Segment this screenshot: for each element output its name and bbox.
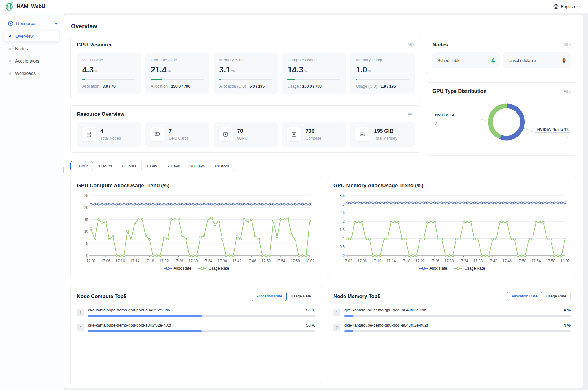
ro-tile-vgpu: 70vGPU [214,122,278,147]
sidebar-collapse-handle[interactable] [63,167,64,173]
compute-top5-usage-rate-tab[interactable]: Usage Rate [286,292,315,301]
sidebar-item-label: Nodes [15,46,28,51]
rank-badge: 2 [333,324,340,331]
gpu-type-donut-chart: NVIDIA–Tesla T44NVIDIA L43 [432,96,571,150]
vgpu-icon [219,127,233,141]
language-label: English [561,4,575,9]
svg-text:17:02: 17:02 [343,259,352,263]
memory-top5-allocation-rate-tab[interactable]: Allocation Rate [507,292,542,301]
gpu-resource-card: GPU Resource All› vGPU Alloc 4.3% Alloca… [70,36,421,100]
top-bar-fill [88,330,202,332]
sidebar-item-overview[interactable]: Overview [4,31,60,42]
brand: HAMi WebUI [0,2,47,11]
time-tab-7-days[interactable]: 7 Days [162,161,185,171]
item-dot [9,72,11,75]
stat-caption: Allocation :3.0 / 70 [82,84,135,89]
language-selector[interactable]: English [553,4,588,9]
top5-row: 2 gke-kantaloupe-demo-gpu-pool-a843f02e-… [77,323,315,332]
chart-legend: Alloc RateUsage Rate [77,266,315,271]
compute-top5-allocation-rate-tab[interactable]: Allocation Rate [252,292,287,301]
node-memory-top5-card: Node Memory Top5 Allocation Rate Usage R… [327,286,577,384]
time-tab-3-hours[interactable]: 3 Hours [93,161,117,171]
svg-text:17:34: 17:34 [459,259,468,263]
svg-text:17:30: 17:30 [445,259,454,263]
legend-item[interactable]: Alloc Rate [419,266,447,271]
legend-item[interactable]: Alloc Rate [163,266,191,271]
svg-text:17:58: 17:58 [546,259,555,263]
schedulable-value: 4 [491,57,495,64]
ro-tile-compute: 700Compute [282,122,346,147]
app-title: HAMi WebUI [17,4,47,9]
svg-text:17:38: 17:38 [473,259,483,263]
time-tab-1-day[interactable]: 1 Day [141,161,162,171]
ro-label: Total Nodes [100,136,121,141]
stat-caption: Allocation :150.0 / 700 [151,84,204,89]
sidebar-section-resources[interactable]: Resources [0,18,64,29]
stat-label: Memory Alloc [219,58,272,62]
top-bar-fill [344,315,353,317]
stat-progress-track [151,79,204,80]
time-tab-6-hours[interactable]: 6 Hours [117,161,142,171]
stat-label: Memory Usage [356,58,409,62]
ro-value: 4 [100,128,121,134]
top-bar-fill [344,330,353,332]
node-memory-top5-title: Node Memory Top5 [333,293,380,299]
gpu-type-all-link[interactable]: All› [564,89,571,93]
rank-badge: 1 [77,309,84,316]
gpu-memory-trend-title: GPU Memory Alloc/Usage Trend (%) [333,183,571,189]
stat-tile-memory-usage: Memory Usage 1.0% Usage (GiB) :1.9 / 195 [350,53,415,94]
svg-text:18:02: 18:02 [305,259,314,263]
sidebar-item-workloads[interactable]: Workloads [4,68,60,79]
node-compute-top5-card: Node Compute Top5 Allocation Rate Usage … [70,286,322,384]
caret-down-icon [55,23,58,25]
svg-text:17:10: 17:10 [116,259,125,263]
sidebar-section-label: Resources [16,21,52,26]
svg-text:25: 25 [84,193,89,198]
stat-label: vGPU Alloc [82,58,135,62]
nodes-all-link[interactable]: All› [564,42,571,47]
stat-tile-compute-alloc: Compute Alloc 21.4% Allocation :150.0 / … [145,53,209,94]
legend-item[interactable]: Usage Rate [198,266,229,271]
sidebar-item-accelerators[interactable]: Accelerators [4,55,60,67]
legend-line-icon [454,266,463,270]
svg-text:0: 0 [86,254,88,258]
top-bar-track [344,315,571,317]
compute-top5-toggle: Allocation Rate Usage Rate [252,292,315,301]
sidebar-items: Overview Nodes Accelerators Workloads [0,31,64,79]
stat-caption: Usage (GiB) :1.9 / 195 [356,84,409,89]
svg-text:3: 3 [343,202,345,206]
top-bar-track [88,315,315,317]
stat-value: 4.3 [82,65,94,74]
sidebar-item-label: Accelerators [15,58,39,63]
legend-item[interactable]: Usage Rate [454,266,485,271]
globe-icon [553,4,559,9]
node-value: 4 % [564,308,571,312]
time-tab-custom[interactable]: Custom [210,161,234,171]
sidebar-item-label: Overview [15,34,33,39]
time-tab-30-days[interactable]: 30 Days [185,161,210,171]
memory-top5-usage-rate-tab[interactable]: Usage Rate [542,292,570,301]
resource-overview-all-link[interactable]: All› [407,112,415,116]
node-value: 50 % [306,308,315,312]
svg-text:17:30: 17:30 [188,259,198,263]
node-name: gke-kantaloupe-demo-gpu-pool-a843f02e-n0… [88,323,171,327]
svg-text:17:18: 17:18 [401,259,410,263]
gpu-resource-all-link[interactable]: All› [407,42,415,47]
gpu-memory-trend-card: GPU Memory Alloc/Usage Trend (%) 00.511.… [327,176,577,278]
svg-text:4: 4 [567,135,569,140]
unschedulable-label: Unschedulable [508,58,536,63]
sidebar-item-nodes[interactable]: Nodes [4,43,60,54]
time-tab-1-hour[interactable]: 1 Hour [70,161,93,171]
unschedulable-tile: Unschedulable 0 [503,52,571,68]
svg-text:NVIDIA L4: NVIDIA L4 [435,113,454,117]
legend-line-icon [419,266,428,270]
svg-text:1: 1 [343,236,345,241]
gpu-type-distribution-card: GPU Type Distribution All› NVIDIA–Tesla … [426,82,577,156]
svg-text:17:54: 17:54 [531,259,541,263]
stat-tile-memory-alloc: Memory Alloc 3.1% Allocation (GiB) :6.0 … [214,53,278,94]
ro-value: 7 [169,128,189,134]
svg-text:17:14: 17:14 [386,259,396,263]
legend-label: Alloc Rate [430,266,447,271]
stat-value: 14.3 [287,65,303,74]
resource-overview-title: Resource Overview [77,111,124,117]
